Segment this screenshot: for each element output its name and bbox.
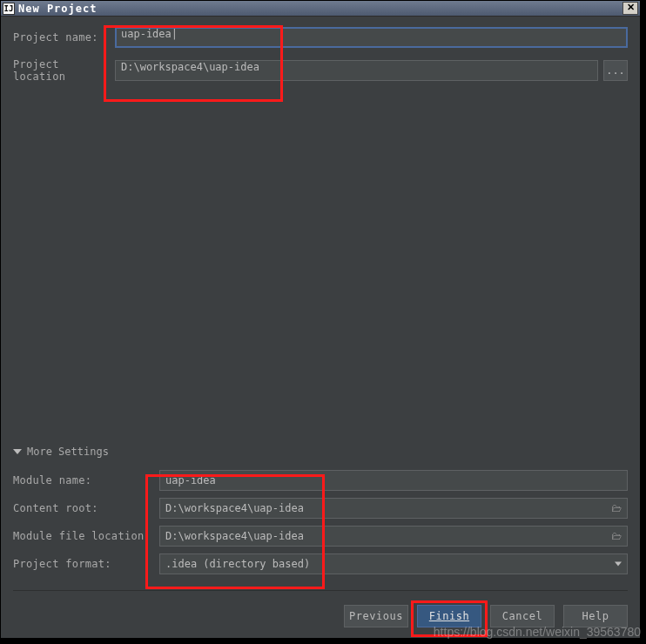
window-title: New Project <box>18 3 97 15</box>
project-location-value: D:\workspace4\uap-idea <box>121 61 259 73</box>
project-location-row: Project location D:\workspace4\uap-idea … <box>13 58 628 83</box>
titlebar[interactable]: IJ New Project ✕ <box>1 1 640 17</box>
module-name-row: Module name: uap-idea <box>13 470 628 491</box>
more-settings-label: More Settings <box>27 446 109 458</box>
more-settings-rows: Module name: uap-idea Content root: D:\w… <box>13 470 628 574</box>
project-location-input[interactable]: D:\workspace4\uap-idea <box>115 60 598 81</box>
more-settings-toggle[interactable]: More Settings <box>13 446 628 458</box>
module-file-location-value: D:\workspace4\uap-idea <box>165 530 304 542</box>
app-icon: IJ <box>3 3 15 15</box>
module-name-value: uap-idea <box>165 474 216 486</box>
project-location-label: Project location <box>13 58 115 83</box>
content-root-row: Content root: D:\workspace4\uap-idea 🗁 <box>13 498 628 519</box>
help-button[interactable]: Help <box>563 605 628 627</box>
module-name-label: Module name: <box>13 474 159 486</box>
chevron-down-icon <box>615 562 622 567</box>
project-format-row: Project format: .idea (directory based) <box>13 553 628 574</box>
titlebar-left: IJ New Project <box>3 3 97 15</box>
module-file-location-input[interactable]: D:\workspace4\uap-idea 🗁 <box>159 526 628 547</box>
module-file-location-row: Module file location: D:\workspace4\uap-… <box>13 526 628 547</box>
module-file-location-label: Module file location: <box>13 530 159 542</box>
folder-icon[interactable]: 🗁 <box>611 530 622 542</box>
project-name-value: uap-idea <box>121 28 178 40</box>
cancel-button[interactable]: Cancel <box>490 605 555 627</box>
project-location-wrap: D:\workspace4\uap-idea ... <box>115 60 628 81</box>
button-bar: Previous Finish Cancel Help <box>13 590 628 627</box>
content-root-input[interactable]: D:\workspace4\uap-idea 🗁 <box>159 498 628 519</box>
previous-button[interactable]: Previous <box>344 605 408 627</box>
project-name-label: Project name: <box>13 31 115 44</box>
chevron-down-icon <box>13 449 22 454</box>
project-name-row: Project name: uap-idea <box>13 27 628 48</box>
folder-icon[interactable]: 🗁 <box>611 502 622 514</box>
browse-location-button[interactable]: ... <box>603 60 628 81</box>
project-name-input[interactable]: uap-idea <box>115 27 628 48</box>
content-root-value: D:\workspace4\uap-idea <box>165 502 304 514</box>
content-area: Project name: uap-idea Project location … <box>1 17 640 638</box>
project-format-label: Project format: <box>13 558 159 570</box>
more-settings-section: More Settings Module name: uap-idea Cont… <box>13 446 628 581</box>
spacer <box>13 93 628 446</box>
project-format-value: .idea (directory based) <box>165 558 310 570</box>
new-project-window: IJ New Project ✕ Project name: uap-idea … <box>0 0 641 639</box>
close-button[interactable]: ✕ <box>622 2 638 15</box>
project-format-select[interactable]: .idea (directory based) <box>159 553 628 574</box>
module-name-input[interactable]: uap-idea <box>159 470 628 491</box>
content-root-label: Content root: <box>13 502 159 514</box>
finish-button[interactable]: Finish <box>417 605 481 627</box>
